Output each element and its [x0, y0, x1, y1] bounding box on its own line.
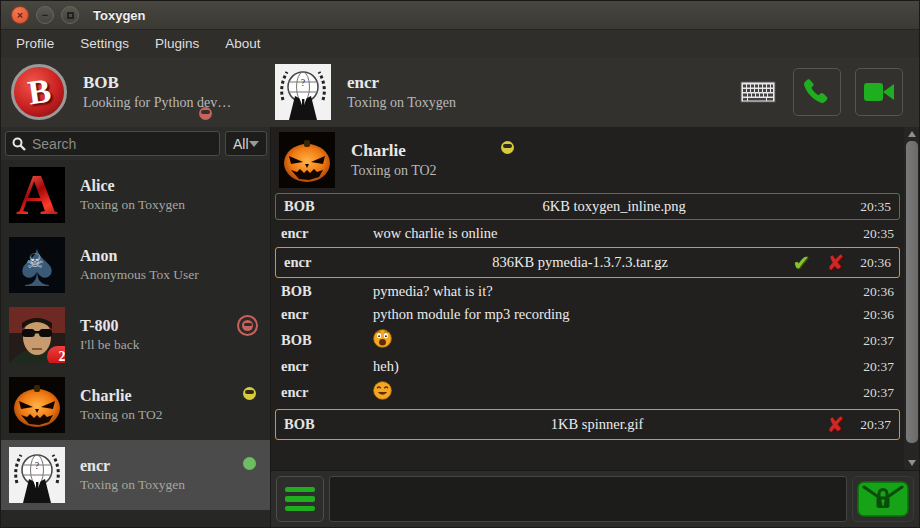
spade-skull-avatar: ♠☠ — [9, 237, 65, 293]
message-time: 20:37 — [863, 333, 894, 349]
accept-file-icon[interactable]: ✔ — [784, 252, 818, 273]
contact-name: T-800 — [80, 317, 139, 335]
contact-item-charlie[interactable]: Charlie Toxing on TO2 — [1, 370, 270, 440]
unread-count-badge: 2 — [47, 346, 65, 363]
bob-avatar: B — [11, 64, 67, 120]
message-sender: encr — [281, 358, 373, 375]
menu-plugins[interactable]: Plugins — [142, 32, 212, 55]
busy-status-icon — [199, 107, 212, 120]
contact-status-message: I'll be back — [80, 337, 139, 353]
contacts-panel: All A Alice Toxing on Toxygen ♠☠ — [1, 127, 271, 527]
scroll-up-icon[interactable] — [904, 127, 919, 141]
message-text: wow charlie is online — [373, 225, 855, 242]
contact-status-message: Anonymous Tox User — [80, 267, 199, 283]
message-time: 20:37 — [863, 385, 894, 401]
close-icon[interactable]: × — [11, 6, 29, 24]
maximize-icon[interactable] — [61, 6, 79, 24]
away-status-icon — [501, 141, 514, 154]
message-row: BOB 20:37 — [273, 326, 902, 355]
file-transfer-row: BOB 6KB toxygen_inline.png 20:35 — [275, 193, 900, 220]
scrollbar-thumb[interactable] — [906, 141, 918, 443]
svg-text:?: ? — [301, 77, 306, 88]
active-contact-header: ? encr Toxing on Toxygen — [271, 57, 737, 127]
contact-status-message: Toxing on Toxygen — [80, 477, 185, 493]
phone-icon — [801, 76, 833, 108]
decline-file-icon[interactable]: ✘ — [818, 414, 852, 435]
anonymous-avatar: ? — [275, 64, 331, 120]
message-sender: encr — [281, 306, 373, 323]
decline-file-icon[interactable]: ✘ — [818, 252, 852, 273]
message-time: 20:35 — [863, 226, 894, 242]
message-text: pymedia? what is it? — [373, 283, 855, 300]
peer-name: Charlie — [351, 141, 437, 161]
contact-status-message: Toxing on TO2 — [80, 407, 163, 423]
scrollbar-track[interactable] — [904, 141, 919, 456]
message-text: python module for mp3 recording — [373, 306, 855, 323]
self-profile[interactable]: B BOB Looking for Python dev… — [1, 57, 271, 127]
send-lock-icon — [857, 479, 909, 519]
message-time: 20:36 — [860, 255, 891, 271]
svg-text:?: ? — [35, 460, 40, 471]
menu-settings[interactable]: Settings — [67, 32, 142, 55]
search-box — [5, 131, 220, 156]
composer-bar — [271, 470, 919, 527]
message-sender: BOB — [281, 283, 373, 300]
message-time: 20:35 — [860, 199, 891, 215]
message-row: BOB pymedia? what is it? 20:36 — [273, 280, 902, 303]
contact-name: encr — [80, 457, 185, 475]
self-name: BOB — [83, 73, 231, 93]
anonymous-avatar: ? — [9, 447, 65, 503]
menu-icon — [285, 487, 315, 493]
message-time: 20:37 — [863, 359, 894, 375]
title-bar: × − Toxygen — [1, 1, 919, 30]
scroll-down-icon[interactable] — [904, 456, 919, 470]
attachments-menu-button[interactable] — [276, 476, 324, 522]
message-input[interactable] — [329, 476, 847, 522]
send-button[interactable] — [852, 476, 914, 522]
contact-item-alice[interactable]: A Alice Toxing on Toxygen — [1, 160, 270, 230]
peer-card-charlie[interactable]: Charlie Toxing on TO2 — [273, 129, 902, 191]
file-transfer-row: encr 836KB pymedia-1.3.7.3.tar.gz ✔ ✘ 20… — [275, 247, 900, 278]
smiling-face-emoji-icon — [373, 381, 855, 404]
message-sender: encr — [281, 225, 373, 242]
pumpkin-avatar — [9, 377, 65, 433]
keyboard-icon[interactable] — [737, 68, 779, 116]
file-name: 6KB toxygen_inline.png — [376, 198, 852, 215]
filter-value: All — [233, 136, 249, 152]
toxygen-window: × − Toxygen Profile Settings Plugins Abo… — [0, 0, 920, 528]
menu-profile[interactable]: Profile — [3, 32, 67, 55]
chat-scrollbar — [904, 127, 919, 470]
peer-status-message: Toxing on TO2 — [351, 163, 437, 179]
audio-call-button[interactable] — [793, 68, 841, 116]
contact-name: Charlie — [80, 387, 163, 405]
contact-name: Alice — [80, 177, 185, 195]
message-sender: BOB — [284, 416, 376, 433]
online-status-icon — [243, 457, 256, 470]
minimize-icon[interactable]: − — [36, 6, 54, 24]
away-status-icon — [243, 387, 256, 400]
message-text: heh) — [373, 358, 855, 375]
menu-about[interactable]: About — [212, 32, 273, 55]
message-row: encr wow charlie is online 20:35 — [273, 222, 902, 245]
message-sender: encr — [284, 254, 376, 271]
file-name: 836KB pymedia-1.3.7.3.tar.gz — [376, 254, 784, 271]
busy-unread-status-icon — [242, 320, 253, 331]
message-sender: BOB — [281, 332, 373, 349]
contact-list: A Alice Toxing on Toxygen ♠☠ Anon Anonym… — [1, 160, 270, 527]
active-contact-name: encr — [347, 73, 456, 93]
video-call-button[interactable] — [855, 68, 903, 116]
contact-item-encr[interactable]: ? encr Toxing on Toxygen — [1, 440, 270, 510]
message-row: encr python module for mp3 recording 20:… — [273, 303, 902, 326]
menu-bar: Profile Settings Plugins About — [1, 30, 919, 57]
message-time: 20:36 — [863, 284, 894, 300]
contact-name: Anon — [80, 247, 199, 265]
search-input[interactable] — [32, 136, 213, 152]
contact-item-anon[interactable]: ♠☠ Anon Anonymous Tox User — [1, 230, 270, 300]
video-camera-icon — [862, 77, 896, 107]
t800-avatar: 2 — [9, 307, 65, 363]
contact-status-message: Toxing on Toxygen — [80, 197, 185, 213]
contact-item-t800[interactable]: 2 T-800 I'll be back — [1, 300, 270, 370]
contact-filter-dropdown[interactable]: All — [225, 131, 267, 156]
message-sender: BOB — [284, 198, 376, 215]
window-title: Toxygen — [93, 8, 146, 23]
